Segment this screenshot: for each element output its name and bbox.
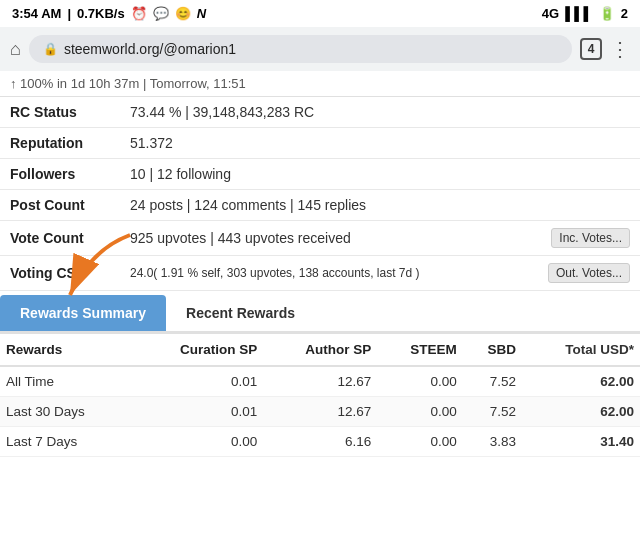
post-count-row: Post Count 24 posts | 124 comments | 145…: [0, 190, 640, 221]
period-30-days: Last 30 Days: [0, 397, 133, 427]
author-all-time: 12.67: [263, 366, 377, 397]
info-table: RC Status 73.44 % | 39,148,843,283 RC Re…: [0, 97, 640, 291]
col-header-rewards: Rewards: [0, 334, 133, 367]
followers-row: Followers 10 | 12 following: [0, 159, 640, 190]
author-7-days: 6.16: [263, 427, 377, 457]
curation-7-days: 0.00: [133, 427, 263, 457]
url-display: steemworld.org/@omarion1: [64, 41, 236, 57]
total-all-time: 62.00: [522, 366, 640, 397]
n-icon: N: [197, 6, 206, 21]
menu-dots-icon[interactable]: ⋮: [610, 37, 630, 61]
followers-label: Followers: [0, 159, 120, 190]
reputation-label: Reputation: [0, 128, 120, 159]
reputation-value: 51.372: [120, 128, 640, 159]
status-right: 4G ▌▌▌ 🔋 2: [542, 6, 628, 21]
battery-level: 2: [621, 6, 628, 21]
rc-status-value: 73.44 % | 39,148,843,283 RC: [120, 97, 640, 128]
curation-30-days: 0.01: [133, 397, 263, 427]
emoji-icon: 😊: [175, 6, 191, 21]
alarm-icon: ⏰: [131, 6, 147, 21]
sbd-all-time: 7.52: [463, 366, 522, 397]
lock-icon: 🔒: [43, 42, 58, 56]
rc-status-row: RC Status 73.44 % | 39,148,843,283 RC: [0, 97, 640, 128]
col-header-total-usd: Total USD*: [522, 334, 640, 367]
address-bar[interactable]: 🔒 steemworld.org/@omarion1: [29, 35, 572, 63]
network-speed-value: 0.7KB/s: [77, 6, 125, 21]
status-bar: 3:54 AM | 0.7KB/s ⏰ 💬 😊 N 4G ▌▌▌ 🔋 2: [0, 0, 640, 27]
table-row: Last 30 Days 0.01 12.67 0.00 7.52 62.00: [0, 397, 640, 427]
sbd-30-days: 7.52: [463, 397, 522, 427]
voting-csi-label: Voting CSI: [0, 256, 120, 291]
browser-chrome: ⌂ 🔒 steemworld.org/@omarion1 4 ⋮: [0, 27, 640, 71]
tab-count-badge[interactable]: 4: [580, 38, 602, 60]
curation-all-time: 0.01: [133, 366, 263, 397]
steem-30-days: 0.00: [377, 397, 463, 427]
vote-count-cell: 925 upvotes | 443 upvotes received Inc. …: [120, 221, 640, 256]
post-count-value: 24 posts | 124 comments | 145 replies: [120, 190, 640, 221]
table-row: Last 7 Days 0.00 6.16 0.00 3.83 31.40: [0, 427, 640, 457]
followers-value: 10 | 12 following: [120, 159, 640, 190]
network-speed: |: [67, 6, 71, 21]
tab-rewards-summary[interactable]: Rewards Summary: [0, 295, 166, 331]
status-left: 3:54 AM | 0.7KB/s ⏰ 💬 😊 N: [12, 6, 206, 21]
steem-all-time: 0.00: [377, 366, 463, 397]
reputation-row: Reputation 51.372: [0, 128, 640, 159]
tabs-row: Rewards Summary Recent Rewards: [0, 295, 640, 333]
vote-count-label: Vote Count: [0, 221, 120, 256]
time-display: 3:54 AM: [12, 6, 61, 21]
signal-bars: ▌▌▌: [565, 6, 593, 21]
voting-csi-value: 24.0( 1.91 % self, 303 upvotes, 138 acco…: [130, 266, 420, 280]
col-header-sbd: SBD: [463, 334, 522, 367]
col-header-author-sp: Author SP: [263, 334, 377, 367]
voting-csi-cell: 24.0( 1.91 % self, 303 upvotes, 138 acco…: [120, 256, 640, 291]
whatsapp-icon: 💬: [153, 6, 169, 21]
rewards-table: Rewards Curation SP Author SP STEEM SBD …: [0, 333, 640, 457]
tab-recent-rewards[interactable]: Recent Rewards: [166, 295, 315, 331]
total-30-days: 62.00: [522, 397, 640, 427]
vote-count-value: 925 upvotes | 443 upvotes received: [130, 230, 351, 246]
vote-count-row: Vote Count 925 upvotes | 443 upvotes rec…: [0, 221, 640, 256]
period-7-days: Last 7 Days: [0, 427, 133, 457]
table-row: All Time 0.01 12.67 0.00 7.52 62.00: [0, 366, 640, 397]
signal-4g: 4G: [542, 6, 559, 21]
sbd-7-days: 3.83: [463, 427, 522, 457]
page-content: ↑ 100% in 1d 10h 37m | Tomorrow, 11:51 R…: [0, 71, 640, 457]
out-votes-button[interactable]: Out. Votes...: [548, 263, 630, 283]
battery-icon: 🔋: [599, 6, 615, 21]
partial-row: ↑ 100% in 1d 10h 37m | Tomorrow, 11:51: [0, 71, 640, 97]
rewards-table-header-row: Rewards Curation SP Author SP STEEM SBD …: [0, 334, 640, 367]
rc-status-label: RC Status: [0, 97, 120, 128]
steem-7-days: 0.00: [377, 427, 463, 457]
total-7-days: 31.40: [522, 427, 640, 457]
post-count-label: Post Count: [0, 190, 120, 221]
tabs-container: Rewards Summary Recent Rewards: [0, 295, 640, 333]
voting-csi-row: Voting CSI 24.0( 1.91 % self, 303 upvote…: [0, 256, 640, 291]
period-all-time: All Time: [0, 366, 133, 397]
inc-votes-button[interactable]: Inc. Votes...: [551, 228, 630, 248]
author-30-days: 12.67: [263, 397, 377, 427]
col-header-curation-sp: Curation SP: [133, 334, 263, 367]
home-icon[interactable]: ⌂: [10, 39, 21, 60]
col-header-steem: STEEM: [377, 334, 463, 367]
